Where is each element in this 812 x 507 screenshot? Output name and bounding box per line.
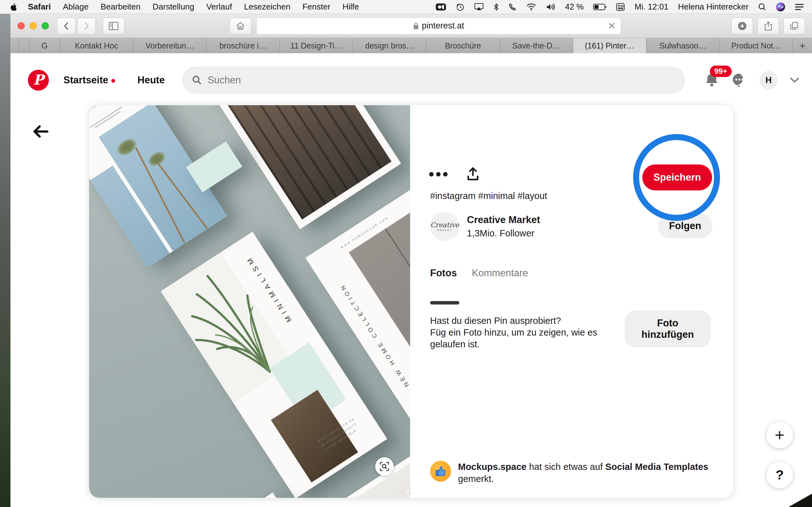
menu-bearbeiten[interactable]: Bearbeiten [101,2,141,12]
pin-card: FEEL THE BEAUTY [89,105,733,498]
pin-author[interactable]: Creative MARKET Creative Market 1,3Mio. … [430,212,540,241]
pin-hashtags[interactable]: #instagram #minimal #layout [430,191,547,201]
menu-verlauf[interactable]: Verlauf [206,2,232,12]
nav-startseite-label: Startseite [63,74,108,86]
activity-user[interactable]: Mockups.space [458,462,526,472]
tab-partial-2[interactable] [19,38,30,53]
volume-icon[interactable] [546,3,555,11]
pin-image[interactable]: FEEL THE BEAUTY [89,105,410,498]
search-input[interactable]: Suchen [182,66,685,94]
author-avatar[interactable]: Creative MARKET [430,212,459,241]
fast-user-switch[interactable]: Helena Hinterecker [678,2,749,12]
menu-ablage[interactable]: Ablage [63,2,89,12]
chat-icon [731,72,747,88]
menu-lesezeichen[interactable]: Lesezeichen [244,2,290,12]
sidebar-toggle-button[interactable] [103,18,124,34]
menu-clock[interactable]: Mi. 12:01 [635,2,668,12]
menu-fenster[interactable]: Fenster [302,2,330,12]
activity-avatar[interactable] [430,461,451,482]
desktop-wallpaper [0,0,10,507]
clear-url-icon[interactable]: ✕ [608,20,616,32]
notifications-button[interactable]: 99+ [704,72,719,88]
share-pin-button[interactable] [467,167,479,181]
siri-icon[interactable] [776,2,785,12]
arrow-left-icon [33,124,49,138]
pin-detail-panel: #instagram #minimal #layout Creative MAR… [410,105,733,498]
menu-safari[interactable]: Safari [28,2,51,12]
back-button[interactable] [57,18,75,34]
plant-photo [161,252,293,403]
home-button[interactable] [230,18,251,34]
minimize-window-button[interactable] [30,22,37,30]
share-button[interactable] [757,18,779,34]
tab-sulwhasoo[interactable]: Sulwhasoo… [647,38,720,53]
tab-design-bros[interactable]: design bros… [353,38,426,53]
messages-button[interactable] [731,72,747,88]
address-bar[interactable]: pinterest.at ✕ [256,17,621,35]
save-button[interactable]: Speichern [642,164,712,190]
tab-broschuere-i[interactable]: broschüre i… [206,38,280,53]
follow-button[interactable]: Folgen [658,214,712,238]
author-name[interactable]: Creative Market [467,214,540,226]
tab-save-the-date[interactable]: Save-the-D… [500,38,573,53]
close-window-button[interactable] [17,22,25,30]
back-navigation-button[interactable] [33,124,49,138]
safari-window: pinterest.at ✕ G Kontakt Hoc Vorbereitun… [10,14,812,507]
try-pin-prompt: Hast du diesen Pin ausprobiert? Füg ein … [430,315,597,350]
new-tab-button[interactable]: + [793,38,812,53]
tab-bar: G Kontakt Hoc Vorbereitun… broschüre i… … [10,38,812,53]
building-facade-photo [216,105,392,219]
forward-button[interactable] [78,18,96,34]
help-button[interactable]: ? [766,462,793,488]
bluetooth-icon[interactable] [493,3,499,11]
wifi-icon[interactable] [526,3,537,11]
tab-partial-1[interactable] [10,38,19,53]
nav-startseite[interactable]: Startseite [63,74,115,86]
author-logo-script: Creative [430,221,459,229]
tab-vorbereitung[interactable]: Vorbereitun… [133,38,206,53]
airplay-icon[interactable] [474,3,484,11]
activity-text: Mockups.space hat sich etwas auf Social … [458,461,708,485]
screen-record-icon[interactable] [436,3,446,11]
nav-heute[interactable]: Heute [137,74,165,86]
upload-icon [467,167,479,181]
startseite-notification-dot [111,79,115,83]
tab-kontakt[interactable]: Kontakt Hoc [60,38,133,53]
input-source-icon[interactable] [616,3,625,11]
downloads-button[interactable] [731,18,753,34]
search-icon [192,75,202,85]
notification-badge: 99+ [710,66,732,77]
chevron-down-icon [790,77,799,83]
add-photo-button[interactable]: Foto hinzufügen [624,311,711,347]
tab-partial-3[interactable]: G [30,38,60,53]
activity-row[interactable]: Mockups.space hat sich etwas auf Social … [430,461,708,485]
apple-menu-icon[interactable] [9,3,17,11]
profile-avatar[interactable]: H [759,71,778,89]
macos-menu-bar: Safari Ablage Bearbeiten Darstellung Ver… [0,0,812,14]
notification-center-icon[interactable] [795,3,804,10]
create-pin-button[interactable]: + [766,422,793,448]
spotlight-icon[interactable] [758,3,766,11]
tab-broschuere[interactable]: Broschüre [426,38,500,53]
phone-icon[interactable] [508,3,517,11]
url-text: pinterest.at [422,21,464,31]
zoom-window-button[interactable] [42,22,49,30]
tab-pinterest-active[interactable]: (161) Pinter… [573,38,647,53]
tab-fotos[interactable]: Fotos [430,268,457,279]
pinterest-logo-icon[interactable]: P [28,70,49,91]
menu-hilfe[interactable]: Hilfe [343,2,359,12]
tab-overview-button[interactable] [783,18,805,34]
mockup-card-new-collection: NEW COLLECTION [188,493,356,498]
pinterest-page: P Startseite Heute Suchen 99+ [10,53,812,507]
visual-search-button[interactable] [375,457,394,475]
tab-kommentare[interactable]: Kommentare [472,268,528,279]
activity-board[interactable]: Social Media Templates [605,462,708,472]
time-machine-icon[interactable] [456,3,465,11]
safari-toolbar: pinterest.at ✕ [10,14,812,38]
menu-darstellung[interactable]: Darstellung [153,2,194,12]
more-options-button[interactable] [429,172,448,176]
tab-product-notes[interactable]: Product Not… [720,38,793,53]
tab-design-tipps[interactable]: 11 Design-Ti… [280,38,353,53]
account-switcher-button[interactable] [790,77,799,83]
active-tab-underline [430,301,459,304]
